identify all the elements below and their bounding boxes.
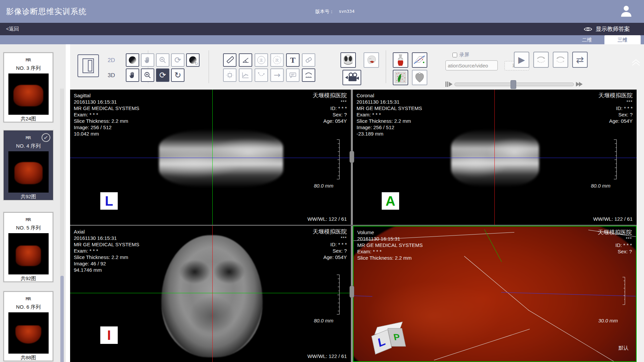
roi-tool-button[interactable] — [223, 68, 236, 82]
knee-preset-button[interactable] — [393, 52, 408, 68]
viewport-info-overlay: Axial 20161130 16:15:31 MR GE MEDICAL SY… — [74, 228, 139, 273]
series-image-count: 共92图 — [4, 194, 53, 200]
heart-3d-icon — [413, 71, 426, 84]
crosshair-horizontal-blue[interactable] — [70, 158, 351, 158]
zoom-3d-button[interactable] — [141, 68, 154, 82]
viewport-volume-active[interactable]: Volume 20161130 16:15:31 MR GE MEDICAL S… — [353, 226, 637, 362]
play-button[interactable]: ▶ — [514, 52, 529, 68]
series-card-4-selected[interactable]: ✓ MR NO. 4 序列 共92图 — [4, 131, 53, 200]
crosshair-horizontal-green[interactable] — [70, 293, 351, 293]
series-card-3[interactable]: MR NO. 3 序列 共24图 — [4, 53, 53, 122]
export-video-button[interactable] — [342, 70, 361, 85]
series-image-count: 共92图 — [4, 275, 53, 282]
toolbar: 2D 3D ⟳ ↻ ⟳ ↻ 主 次 T — [70, 44, 644, 90]
video-path-input[interactable] — [445, 60, 498, 70]
roi-crosshair-icon — [226, 71, 234, 79]
sidebar-main-divider — [66, 44, 70, 362]
user-avatar-icon[interactable] — [619, 4, 633, 18]
lungs-ct-icon — [342, 54, 355, 66]
eye-icon — [584, 27, 592, 32]
layout-button[interactable] — [77, 54, 99, 77]
swap-arrows-icon: ⇄ — [576, 54, 584, 65]
mode-2d-label: 2D — [108, 57, 115, 64]
rotate-2d-button[interactable]: ⟳ — [171, 53, 184, 67]
back-button[interactable]: <返回 — [6, 26, 19, 32]
region-grow-button[interactable] — [393, 70, 408, 85]
comment-tool-button[interactable] — [286, 68, 300, 82]
arrow-tool-button[interactable]: → — [270, 68, 284, 82]
crosshair-vertical-green[interactable] — [212, 90, 213, 225]
axial-ct-preset-button[interactable] — [340, 52, 356, 68]
reset-view-button[interactable]: ↻ — [171, 68, 184, 82]
window-level-reset-button[interactable]: ↻ — [186, 53, 200, 67]
viewport-coronal[interactable]: Coronal 20161130 16:15:31 MR GE MEDICAL … — [353, 90, 637, 225]
sub-navbar: <返回 显示教师答案 — [0, 23, 644, 35]
secondary-circle-icon: 次 — [273, 56, 281, 64]
magnifier-plus-icon — [159, 56, 166, 64]
mr-axial-image — [161, 235, 263, 357]
scale-label: 80.0 mm — [591, 183, 610, 189]
spline-curve-icon — [257, 71, 265, 79]
playback-slider-thumb[interactable] — [511, 80, 516, 89]
spline-tool-button[interactable] — [255, 68, 268, 82]
sidebar-scrollbar-track[interactable] — [60, 89, 64, 362]
series-thumbnail — [8, 151, 49, 193]
orientation-marker: A — [382, 192, 399, 210]
text-annotation-button[interactable]: T — [286, 53, 300, 67]
playback-slider-track[interactable] — [454, 83, 574, 86]
pan-2d-button[interactable] — [141, 53, 154, 67]
crosshair-vertical-red[interactable] — [212, 226, 213, 362]
primary-marker-button[interactable]: 主 — [255, 53, 268, 67]
eraser-button[interactable] — [302, 53, 315, 67]
orientation-marker: L — [100, 192, 118, 210]
pan-3d-button[interactable] — [126, 68, 139, 82]
viewport-axial[interactable]: Axial 20161130 16:15:31 MR GE MEDICAL SY… — [70, 226, 351, 362]
record-screen-option[interactable]: 录屏 — [452, 52, 469, 58]
version-label: 版本号： — [315, 9, 334, 15]
series-card-5[interactable]: MR NO. 5 序列 共92图 — [4, 212, 53, 282]
seed-region-icon — [394, 71, 407, 84]
loop-forward-button[interactable] — [533, 52, 549, 68]
rotate-3d-button-active[interactable]: ⟳ — [156, 68, 169, 82]
series-card-6[interactable]: MR NO. 6 序列 共88图 — [4, 292, 53, 361]
playback-slider-row — [445, 80, 593, 89]
scale-ruler — [613, 139, 618, 179]
secondary-marker-button[interactable]: 次 — [270, 53, 284, 67]
histogram-tool-button[interactable] — [239, 68, 252, 82]
angle-tool-button[interactable] — [239, 53, 252, 67]
zoom-2d-button[interactable] — [156, 53, 169, 67]
series-thumbnail — [8, 233, 49, 274]
mpr-slab-preset-button[interactable] — [412, 52, 427, 68]
record-checkbox[interactable] — [452, 53, 457, 57]
slice-scrollbar-thumb-bottom[interactable] — [350, 286, 354, 298]
crosshair-horizontal-blue[interactable] — [353, 158, 637, 158]
ruler-tool-button[interactable] — [223, 53, 236, 67]
skull-preset-button[interactable] — [364, 52, 379, 68]
scale-ruler — [336, 139, 341, 179]
scale-ruler — [336, 274, 341, 315]
angle-icon — [241, 56, 250, 64]
curve-ruler-icon — [305, 71, 313, 79]
heart-preset-button[interactable] — [412, 70, 427, 85]
viewport-sagittal[interactable]: Sagittal 20161130 16:15:31 MR GE MEDICAL… — [70, 90, 351, 225]
tab-3d[interactable]: 三维 — [604, 35, 641, 44]
viewport-info-overlay: Volume 20161130 16:15:31 MR GE MEDICAL S… — [357, 229, 423, 261]
sidebar-scrollbar-thumb[interactable] — [60, 276, 64, 362]
crosshair-vertical-red[interactable] — [494, 90, 495, 225]
viewport-info-overlay: Coronal 20161130 16:15:31 MR GE MEDICAL … — [357, 92, 422, 137]
series-name: NO. 5 序列 — [4, 225, 53, 231]
tab-2d[interactable]: 二维 — [574, 35, 600, 44]
fast-forward-icon[interactable] — [576, 82, 583, 87]
loop-backward-button[interactable] — [553, 52, 568, 68]
viewport-horizontal-divider — [70, 225, 637, 226]
show-teacher-answer-button[interactable]: 显示教师答案 — [584, 25, 630, 33]
slice-scrollbar-thumb-top[interactable] — [350, 151, 354, 163]
collapse-toolbar-chevron[interactable] — [631, 58, 641, 68]
curve-measure-button[interactable] — [302, 68, 315, 82]
window-level-2d-button[interactable] — [126, 53, 139, 67]
version-value: svn334 — [339, 9, 355, 15]
swap-direction-button[interactable]: ⇄ — [572, 52, 588, 68]
step-begin-icon[interactable] — [445, 82, 452, 87]
patient-info-overlay: 天堰模拟医院 *** ID: * * * Sex: ? Age: 054Y — [313, 228, 347, 260]
patient-info-overlay: 天堰模拟医院 *** ID: * * * Sex: ? Age: 054Y — [598, 92, 633, 124]
